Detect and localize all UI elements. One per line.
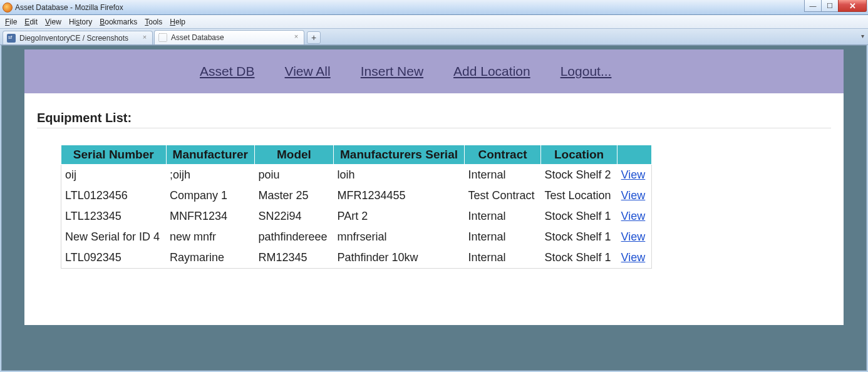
cell-location: Stock Shelf 1 — [541, 247, 617, 269]
cell-view: View — [617, 206, 652, 227]
view-link[interactable]: View — [621, 189, 646, 202]
view-link[interactable]: View — [621, 230, 646, 243]
cell-mserial: Pathfinder 10kw — [334, 247, 465, 269]
nav-asset-db[interactable]: Asset DB — [200, 64, 255, 79]
cell-contract: Test Contract — [464, 185, 540, 206]
cell-model: RM12345 — [254, 247, 333, 269]
table-row: LTL0123456 Company 1 Master 25 MFR123445… — [61, 185, 652, 206]
view-link[interactable]: View — [621, 168, 646, 181]
cell-serial: New Serial for ID 4 — [61, 227, 167, 247]
menu-edit[interactable]: Edit — [24, 18, 38, 26]
cell-contract: Internal — [464, 165, 540, 186]
view-link[interactable]: View — [621, 251, 646, 264]
tab-asset-database[interactable]: Asset Database × — [154, 30, 304, 44]
table-row: LTL092345 Raymarine RM12345 Pathfinder 1… — [61, 247, 652, 269]
tab-close-icon[interactable]: × — [292, 33, 300, 41]
col-location: Location — [541, 145, 617, 165]
table-header-row: Serial Number Manufacturer Model Manufac… — [61, 145, 652, 165]
window-title: Asset Database - Mozilla Firefox — [15, 3, 123, 12]
cell-mserial: MFR1234455 — [334, 185, 465, 206]
menu-bookmarks[interactable]: Bookmarks — [100, 18, 137, 26]
table-row: oij ;oijh poiu loih Internal Stock Shelf… — [61, 165, 652, 186]
browser-viewport: Asset DB View All Insert New Add Locatio… — [1, 45, 867, 371]
tab-close-icon[interactable]: × — [141, 34, 148, 41]
col-actions — [617, 145, 652, 165]
nav-view-all[interactable]: View All — [285, 64, 331, 79]
cell-mserial: PArt 2 — [334, 206, 465, 227]
col-model: Model — [254, 145, 333, 165]
cell-location: Stock Shelf 1 — [541, 227, 617, 247]
tabbar: DiegoInventoryCE / Screenshots × Asset D… — [0, 29, 868, 45]
cell-mserial: loih — [334, 165, 465, 186]
table-row: LTL123345 MNFR1234 SN22i94 PArt 2 Intern… — [61, 206, 652, 227]
cell-model: SN22i94 — [254, 206, 333, 227]
tab-label: Asset Database — [171, 33, 224, 42]
nav-insert-new[interactable]: Insert New — [361, 64, 423, 79]
nav-logout[interactable]: Logout... — [561, 64, 612, 79]
cell-location: Stock Shelf 1 — [541, 206, 617, 227]
cell-mfr: Company 1 — [166, 185, 254, 206]
cell-model: poiu — [254, 165, 333, 186]
cell-mfr: new mnfr — [166, 227, 254, 247]
new-tab-button[interactable]: + — [307, 31, 321, 44]
menu-history[interactable]: History — [69, 18, 92, 26]
cell-serial: LTL0123456 — [61, 185, 167, 206]
close-button[interactable]: ✕ — [838, 0, 867, 12]
cell-location: Stock Shelf 2 — [541, 165, 617, 186]
menu-file[interactable]: File — [5, 18, 17, 26]
blank-page-icon — [158, 33, 167, 42]
view-link[interactable]: View — [621, 210, 646, 222]
col-manufacturer: Manufacturer — [166, 145, 254, 165]
equipment-table: Serial Number Manufacturer Model Manufac… — [61, 145, 652, 269]
menu-tools[interactable]: Tools — [145, 18, 162, 26]
cell-contract: Internal — [464, 206, 540, 227]
cell-mfr: Raymarine — [166, 247, 254, 269]
cell-view: View — [617, 247, 652, 269]
table-row: New Serial for ID 4 new mnfr pathfindere… — [61, 227, 652, 247]
cell-serial: oij — [61, 165, 167, 186]
cell-serial: LTL092345 — [61, 247, 167, 269]
col-contract: Contract — [464, 145, 540, 165]
cell-contract: Internal — [464, 247, 540, 269]
cell-model: Master 25 — [254, 185, 333, 206]
nav-add-location[interactable]: Add Location — [453, 64, 530, 79]
menu-help[interactable]: Help — [170, 18, 185, 26]
top-nav: Asset DB View All Insert New Add Locatio… — [24, 49, 844, 93]
cell-view: View — [617, 227, 652, 247]
cell-mfr: MNFR1234 — [166, 206, 254, 227]
tab-label: DiegoInventoryCE / Screenshots — [19, 34, 128, 43]
window-controls: — ☐ ✕ — [805, 0, 867, 12]
tabs-dropdown-icon[interactable]: ▾ — [861, 33, 864, 39]
cell-view: View — [617, 165, 652, 186]
sourceforge-icon — [7, 34, 16, 43]
cell-mfr: ;oijh — [166, 165, 254, 186]
firefox-icon — [3, 3, 13, 13]
cell-model: pathfindereee — [254, 227, 333, 247]
menu-view[interactable]: View — [45, 18, 61, 26]
page-heading: Equipment List: — [37, 111, 831, 128]
col-serial: Serial Number — [61, 145, 167, 165]
cell-view: View — [617, 185, 652, 206]
col-mfr-serial: Manufacturers Serial — [334, 145, 465, 165]
window-titlebar: Asset Database - Mozilla Firefox — ☐ ✕ — [0, 0, 868, 15]
tab-diegoinventoryce[interactable]: DiegoInventoryCE / Screenshots × — [3, 31, 153, 44]
minimize-button[interactable]: — — [804, 0, 822, 12]
page-inner: Asset DB View All Insert New Add Locatio… — [24, 49, 844, 325]
menubar: File Edit View History Bookmarks Tools H… — [0, 15, 868, 29]
cell-mserial: mnfrserial — [334, 227, 465, 247]
content-area: Equipment List: Serial Number Manufactur… — [24, 93, 844, 325]
cell-contract: Internal — [464, 227, 540, 247]
maximize-button[interactable]: ☐ — [821, 0, 839, 12]
cell-location: Test Location — [541, 185, 617, 206]
page: Asset DB View All Insert New Add Locatio… — [6, 49, 862, 366]
cell-serial: LTL123345 — [61, 206, 167, 227]
